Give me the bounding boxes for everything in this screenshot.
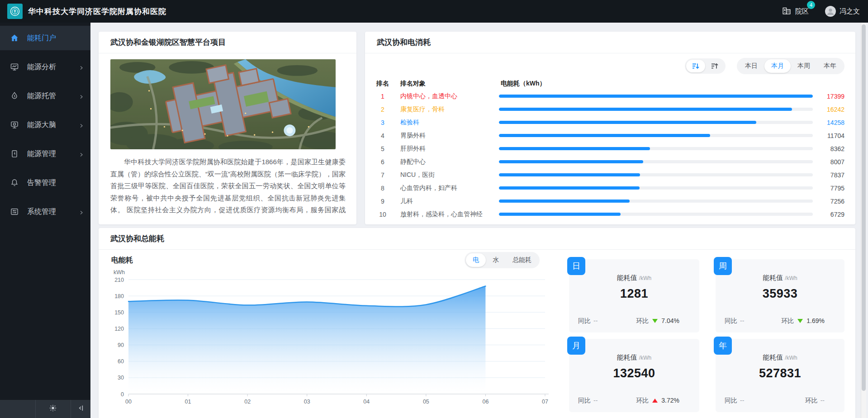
rank-name: 检验科 bbox=[394, 119, 499, 127]
bar-fill bbox=[499, 213, 621, 216]
sidebar-item-alarm-management[interactable]: 告警管理 bbox=[0, 171, 90, 195]
sidebar-item-energy-hosting[interactable]: 能源托管 bbox=[0, 84, 90, 108]
x-axis-label: 01 bbox=[185, 399, 191, 405]
x-axis-label: 03 bbox=[304, 399, 310, 405]
rank-bar bbox=[499, 173, 813, 176]
bar-track bbox=[499, 200, 813, 203]
bar-fill bbox=[499, 173, 640, 176]
sidebar-item-energy-portal[interactable]: 能耗门户 bbox=[0, 26, 90, 50]
bar-fill bbox=[499, 134, 710, 137]
total-card-header: 武汉协和总能耗 bbox=[99, 228, 855, 250]
campus-aerial-image bbox=[110, 59, 336, 149]
rank-bar bbox=[499, 200, 813, 203]
stat-unit: /kWh bbox=[639, 275, 651, 281]
rank-name: NICU，医街 bbox=[394, 171, 499, 179]
hospital-logo bbox=[7, 4, 23, 19]
rank-value: 6729 bbox=[816, 211, 844, 218]
trend-triangle-icon bbox=[797, 319, 803, 323]
campus-selector[interactable]: 院区 4 bbox=[782, 5, 809, 17]
stat-period-badge: 日 bbox=[567, 257, 585, 275]
stat-value: 1281 bbox=[569, 287, 699, 301]
user-name: 冯之文 bbox=[840, 7, 860, 16]
rank-number: 6 bbox=[371, 158, 394, 166]
energy-chart-block: 电能耗 电 水 总能耗 bbox=[103, 252, 554, 415]
sidebar-item-energy-brain[interactable]: 能源大脑 bbox=[0, 113, 90, 137]
rank-bar bbox=[499, 213, 813, 216]
project-intro-card: 武汉协和金银湖院区智慧平台项目 bbox=[99, 32, 356, 224]
rank-value: 7837 bbox=[816, 171, 844, 179]
chevron-right-icon bbox=[79, 122, 84, 128]
y-axis-label: 30 bbox=[118, 375, 124, 381]
sidebar-item-energy-analysis[interactable]: 能源分析 bbox=[0, 55, 90, 79]
yoy-stat: 同比-- bbox=[578, 317, 598, 325]
sidebar-collapse-button[interactable] bbox=[71, 400, 90, 418]
toggle-total[interactable]: 总能耗 bbox=[506, 253, 538, 267]
rank-number: 1 bbox=[371, 93, 394, 100]
y-axis-label: 120 bbox=[114, 326, 124, 332]
total-energy-card: 武汉协和总能耗 电能耗 电 水 总能耗 bbox=[99, 228, 855, 418]
bar-fill bbox=[499, 121, 756, 124]
electricity-consumption-card: 武汉协和电消耗 本日 本月 本周 本年 排名 排名对象 电能耗 bbox=[365, 32, 855, 224]
scrollbar-thumb[interactable] bbox=[862, 24, 866, 391]
sort-descending-button[interactable] bbox=[686, 60, 705, 72]
table-row: 2 康复医疗，骨科 16242 bbox=[365, 103, 855, 116]
main-content: 武汉协和金银湖院区智慧平台项目 bbox=[90, 23, 868, 418]
bar-track bbox=[499, 95, 813, 98]
col-header-value: 电能耗（kWh） bbox=[499, 80, 844, 88]
mom-stat: 环比3.72% bbox=[636, 397, 679, 405]
col-header-name: 排名对象 bbox=[394, 80, 499, 88]
sort-ascending-button[interactable] bbox=[705, 60, 724, 72]
sidebar-item-system-management[interactable]: 系统管理 bbox=[0, 200, 90, 224]
stat-value: 527831 bbox=[716, 366, 844, 380]
energy-stat-cards: 日 能耗值/kWh 1281 同比-- 环比7.04% 周 能耗值/kWh 35… bbox=[569, 259, 844, 415]
user-menu[interactable]: 冯之文 bbox=[825, 6, 860, 17]
project-card-title: 武汉协和金银湖院区智慧平台项目 bbox=[110, 37, 226, 48]
rank-number: 10 bbox=[371, 211, 394, 218]
total-card-title: 武汉协和总能耗 bbox=[110, 233, 164, 244]
x-axis-label: 04 bbox=[363, 399, 370, 405]
project-card-header: 武汉协和金银湖院区智慧平台项目 bbox=[99, 32, 356, 53]
table-row: 7 NICU，医街 7837 bbox=[365, 168, 855, 181]
vertical-scrollbar[interactable] bbox=[861, 23, 866, 418]
tab-this-year[interactable]: 本年 bbox=[817, 59, 843, 73]
electricity-card-title: 武汉协和电消耗 bbox=[377, 37, 431, 48]
stat-label: 能耗值 bbox=[763, 353, 783, 361]
energy-type-toggle: 电 水 总能耗 bbox=[465, 252, 540, 268]
page-title: 华中科技大学同济医学院附属协和医院 bbox=[28, 6, 166, 17]
bar-fill bbox=[499, 95, 813, 98]
stat-period-badge: 年 bbox=[714, 337, 732, 355]
sidebar-item-energy-management[interactable]: 能源管理 bbox=[0, 142, 90, 166]
rank-number: 9 bbox=[371, 198, 394, 205]
tab-this-month[interactable]: 本月 bbox=[764, 59, 791, 73]
ranking-table-header: 排名 排名对象 电能耗（kWh） bbox=[365, 78, 855, 90]
bar-track bbox=[499, 134, 813, 137]
rank-value: 7256 bbox=[816, 198, 844, 205]
tab-this-week[interactable]: 本周 bbox=[791, 59, 817, 73]
yoy-stat: 同比-- bbox=[578, 397, 598, 405]
rank-value: 8007 bbox=[816, 158, 844, 166]
rank-name: 静配中心 bbox=[394, 158, 499, 166]
user-avatar-icon bbox=[825, 6, 836, 17]
bar-track bbox=[499, 160, 813, 163]
stat-card-year: 年 能耗值/kWh 527831 同比-- 环比-- bbox=[716, 339, 844, 412]
x-axis-label: 05 bbox=[423, 399, 429, 405]
alarm-bell-icon bbox=[10, 178, 19, 187]
management-icon bbox=[10, 149, 19, 158]
sort-ascending-icon bbox=[711, 62, 719, 70]
chevron-right-icon bbox=[79, 93, 84, 99]
sort-toggle bbox=[685, 58, 726, 74]
table-row: 4 胃肠外科 11704 bbox=[365, 129, 855, 142]
sun-icon bbox=[49, 404, 57, 414]
rank-bar bbox=[499, 108, 813, 111]
trend-triangle-icon bbox=[652, 399, 658, 403]
toggle-electricity[interactable]: 电 bbox=[466, 253, 486, 267]
bar-track bbox=[499, 108, 813, 111]
theme-toggle-button[interactable] bbox=[35, 400, 71, 418]
rank-name: 心血管内科，妇产科 bbox=[394, 184, 499, 192]
y-axis-label: 180 bbox=[114, 293, 124, 299]
x-axis-label: 00 bbox=[125, 399, 132, 405]
tab-today[interactable]: 本日 bbox=[738, 59, 764, 73]
y-axis-label: 90 bbox=[118, 342, 124, 348]
toggle-water[interactable]: 水 bbox=[486, 253, 506, 267]
stat-unit: /kWh bbox=[639, 355, 651, 361]
